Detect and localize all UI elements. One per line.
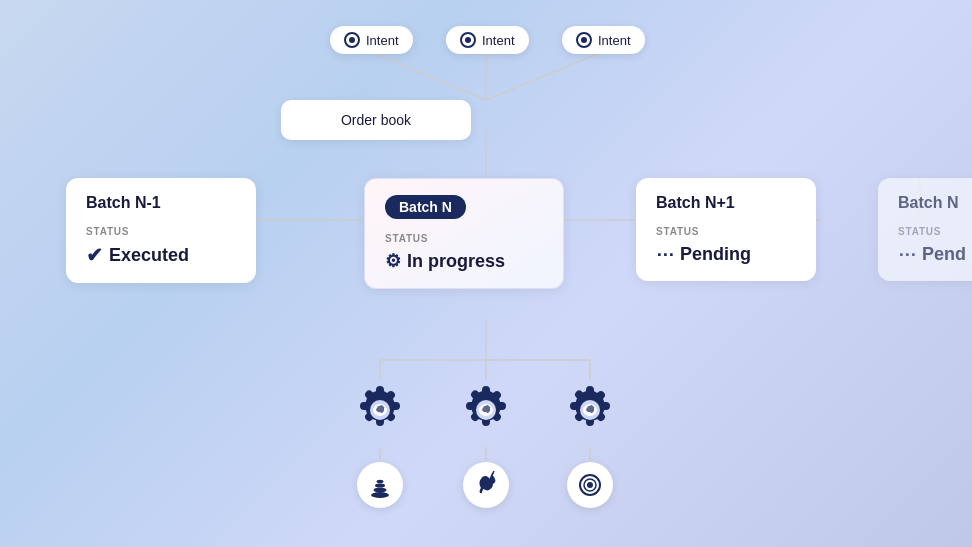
unicorn-svg bbox=[472, 471, 500, 499]
agent-gear-3 bbox=[558, 378, 622, 442]
order-book-label: Order book bbox=[341, 112, 411, 128]
batch-n-minus-1-status-value: ✔ Executed bbox=[86, 243, 236, 267]
batch-n-plus-2-status-label: STATUS bbox=[898, 226, 972, 237]
batch-n-plus-1-card: Batch N+1 STATUS ⋯ Pending bbox=[636, 178, 816, 281]
eye-svg bbox=[576, 471, 604, 499]
batch-n-status-label: STATUS bbox=[385, 233, 543, 244]
intent-dot-2 bbox=[460, 32, 476, 48]
pending-1-icon: ⋯ bbox=[656, 243, 674, 265]
agent-gear-1 bbox=[348, 378, 412, 442]
svg-point-20 bbox=[371, 492, 389, 498]
svg-point-21 bbox=[374, 488, 387, 493]
in-progress-icon: ⚙ bbox=[385, 250, 401, 272]
intent-node-2: Intent bbox=[446, 26, 529, 54]
batch-n-minus-1-title: Batch N-1 bbox=[86, 194, 161, 212]
svg-point-22 bbox=[375, 484, 385, 488]
pending-2-icon: ⋯ bbox=[898, 243, 916, 265]
diagram-container: Intent Intent Intent Order book Batch N-… bbox=[0, 0, 972, 547]
stones-icon bbox=[357, 462, 403, 508]
batch-n-minus-1-card: Batch N-1 STATUS ✔ Executed bbox=[66, 178, 256, 283]
batch-n-status-value: ⚙ In progress bbox=[385, 250, 543, 272]
batch-n-plus-1-status-label: STATUS bbox=[656, 226, 796, 237]
intent-label-2: Intent bbox=[482, 33, 515, 48]
gear-brain-icon-1 bbox=[348, 378, 412, 442]
intent-node-1: Intent bbox=[330, 26, 413, 54]
intent-dot-1 bbox=[344, 32, 360, 48]
batch-n-plus-2-status-value: ⋯ Pend bbox=[898, 243, 972, 265]
svg-line-2 bbox=[486, 52, 602, 100]
unicorn-icon bbox=[463, 462, 509, 508]
batch-n-plus-1-status-value: ⋯ Pending bbox=[656, 243, 796, 265]
agent-gear-2 bbox=[454, 378, 518, 442]
intent-dot-3 bbox=[576, 32, 592, 48]
batch-n-plus-1-title: Batch N+1 bbox=[656, 194, 735, 212]
gear-brain-icon-2 bbox=[454, 378, 518, 442]
svg-line-0 bbox=[370, 52, 486, 100]
intent-label-3: Intent bbox=[598, 33, 631, 48]
intent-node-3: Intent bbox=[562, 26, 645, 54]
order-book: Order book bbox=[281, 100, 471, 140]
intent-label-1: Intent bbox=[366, 33, 399, 48]
gear-brain-icon-3 bbox=[558, 378, 622, 442]
executed-icon: ✔ bbox=[86, 243, 103, 267]
balance-stones-svg bbox=[366, 471, 394, 499]
svg-point-28 bbox=[587, 482, 593, 488]
eye-target-icon bbox=[567, 462, 613, 508]
batch-n-card: Batch N STATUS ⚙ In progress bbox=[364, 178, 564, 289]
batch-n-plus-2-card: Batch N STATUS ⋯ Pend bbox=[878, 178, 972, 281]
batch-n-minus-1-status-label: STATUS bbox=[86, 226, 236, 237]
svg-point-23 bbox=[377, 480, 384, 484]
batch-n-badge: Batch N bbox=[385, 195, 466, 219]
batch-n-plus-2-title: Batch N bbox=[898, 194, 958, 212]
